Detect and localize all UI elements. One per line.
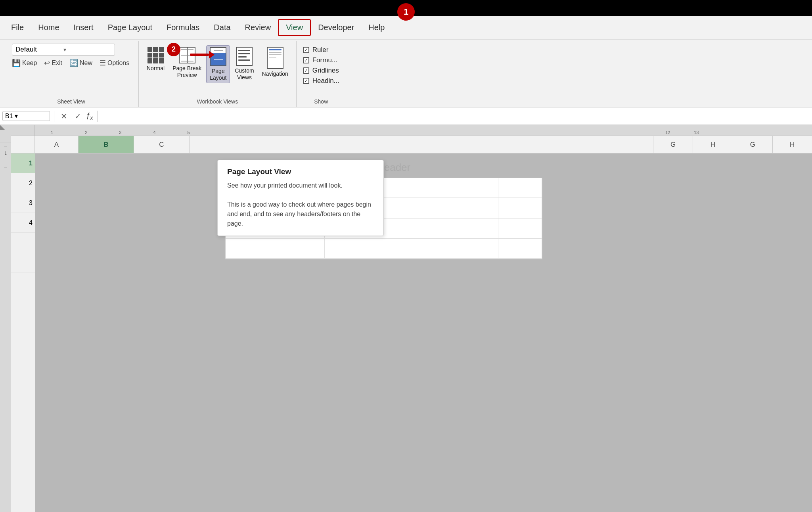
custom-views-button[interactable]: Custom Views	[232, 45, 257, 82]
row-num-5[interactable]	[11, 233, 35, 272]
cell-reference-box[interactable]: B1 ▾	[2, 111, 50, 121]
cell-e2[interactable]	[498, 198, 542, 218]
custom-views-icon	[236, 47, 253, 66]
add-header-placeholder[interactable]: Add header	[35, 153, 733, 178]
overflow-col-h[interactable]: H	[773, 136, 812, 153]
col-header-c[interactable]: C	[134, 136, 190, 153]
confirm-formula-button[interactable]: ✓	[72, 111, 84, 121]
formula-bar: B1 ▾ ✕ ✓ ƒx	[0, 107, 812, 125]
menu-review[interactable]: Review	[238, 20, 278, 35]
sheet-view-dropdown[interactable]: Default ▾	[12, 44, 115, 56]
menu-home[interactable]: Home	[31, 20, 66, 35]
row-num-2[interactable]: 2	[11, 173, 35, 193]
ruler-mark-13: 13	[694, 130, 699, 135]
cell-d1[interactable]	[380, 178, 498, 198]
ruler-mark-5: 5	[188, 130, 190, 135]
headings-checkbox[interactable]: ✓	[303, 78, 309, 84]
col-header-h[interactable]: H	[693, 136, 733, 153]
menu-file[interactable]: File	[4, 20, 31, 35]
sheet-view-actions: 💾 Keep ↩ Exit 🔄 New ☰ Options	[12, 59, 130, 67]
cell-ref-dropdown-icon: ▾	[15, 112, 18, 120]
ruler-mark-2: 2	[85, 130, 87, 135]
step-2-badge: 2	[167, 43, 180, 56]
right-overflow: G H	[733, 125, 812, 512]
ruler-label: Ruler	[312, 46, 329, 54]
cell-b4[interactable]	[269, 239, 325, 259]
new-button[interactable]: 🔄 New	[69, 59, 92, 67]
keep-button[interactable]: 💾 Keep	[12, 59, 37, 67]
ruler-mark-12: 12	[665, 130, 670, 135]
show-section: ✓ Ruler ✓ Formu... ✓ Gridlines ✓ Headin.…	[297, 41, 346, 107]
page-layout-label: Page Layout	[210, 68, 226, 81]
menu-formulas[interactable]: Formulas	[159, 20, 207, 35]
page-break-preview-button[interactable]: 2	[169, 45, 205, 80]
horizontal-ruler: 1 2 3 4 5 12 13	[11, 125, 733, 136]
workbook-views-label: Workbook Views	[144, 97, 291, 107]
row-num-1[interactable]: 1	[11, 153, 35, 173]
exit-icon: ↩	[44, 59, 50, 67]
gridlines-checkbox[interactable]: ✓	[303, 67, 309, 74]
cell-e1[interactable]	[498, 178, 542, 198]
navigation-icon	[267, 47, 283, 69]
cell-reference-value: B1	[5, 113, 13, 120]
cell-e4[interactable]	[498, 239, 542, 259]
corner-cell[interactable]	[11, 136, 35, 153]
overflow-col-g[interactable]: G	[733, 136, 773, 153]
page-layout-tooltip: Page Layout View See how your printed do…	[217, 160, 384, 236]
tooltip-body: See how your printed document will look.…	[227, 181, 374, 228]
normal-view-button[interactable]: Normal	[144, 45, 168, 73]
ruler-checkbox-row[interactable]: ✓ Ruler	[303, 46, 339, 54]
sheet-view-label: Sheet View	[12, 98, 130, 107]
cancel-formula-button[interactable]: ✕	[58, 111, 70, 121]
page-layout-area: Add header	[35, 153, 733, 512]
vertical-ruler: ─ 1 ─	[0, 125, 11, 512]
menu-help[interactable]: Help	[361, 20, 392, 35]
cell-c4[interactable]	[325, 239, 380, 259]
formula-separator	[54, 111, 54, 122]
cell-d2[interactable]	[380, 198, 498, 218]
formula-bar-checkbox-row[interactable]: ✓ Formu...	[303, 56, 339, 64]
menu-view[interactable]: View	[278, 19, 311, 36]
navigation-label: Navigation	[262, 71, 288, 77]
options-button[interactable]: ☰ Options	[100, 59, 129, 67]
col-header-b[interactable]: B	[79, 136, 134, 153]
cell-d4[interactable]	[380, 239, 498, 259]
menu-page-layout[interactable]: Page Layout	[101, 20, 159, 35]
menu-insert[interactable]: Insert	[67, 20, 101, 35]
gridlines-label: Gridlines	[312, 67, 339, 75]
row-num-3[interactable]: 3	[11, 193, 35, 213]
workbook-views-section: Normal 2	[139, 41, 297, 107]
menu-developer[interactable]: Developer	[311, 20, 361, 35]
page-row-4	[226, 239, 542, 259]
exit-label: Exit	[52, 59, 62, 67]
col-header-g[interactable]: G	[653, 136, 693, 153]
navigation-button[interactable]: Navigation	[259, 45, 291, 79]
cell-d3[interactable]	[380, 219, 498, 238]
normal-view-icon	[147, 47, 164, 63]
formula-input[interactable]	[102, 113, 810, 120]
column-headers: A B C G H	[35, 136, 733, 153]
ruler-mark-4: 4	[153, 130, 155, 135]
headings-label: Headin...	[312, 77, 339, 85]
sheet-view-section: Default ▾ 💾 Keep ↩ Exit 🔄 New	[4, 41, 139, 107]
dropdown-arrow-icon: ▾	[63, 46, 111, 53]
row-numbers-panel: 1 2 3 4	[11, 136, 35, 512]
gridlines-checkbox-row[interactable]: ✓ Gridlines	[303, 67, 339, 75]
ruler-checkbox[interactable]: ✓	[303, 47, 309, 53]
ribbon: Default ▾ 💾 Keep ↩ Exit 🔄 New	[0, 40, 812, 107]
headings-checkbox-row[interactable]: ✓ Headin...	[303, 77, 339, 85]
row-num-4[interactable]: 4	[11, 213, 35, 233]
cell-a4[interactable]	[226, 239, 269, 259]
formula-bar-checkbox[interactable]: ✓	[303, 57, 309, 63]
keep-label: Keep	[22, 59, 37, 67]
new-icon: 🔄	[69, 59, 78, 67]
cell-e3[interactable]	[498, 219, 542, 238]
ruler-mark-1: 1	[51, 130, 53, 135]
custom-views-label: Custom Views	[235, 67, 254, 81]
col-header-a[interactable]: A	[35, 136, 79, 153]
normal-label: Normal	[147, 65, 165, 72]
sheet-view-value: Default	[15, 46, 63, 54]
menu-data[interactable]: Data	[207, 20, 237, 35]
new-label: New	[80, 59, 92, 67]
exit-button[interactable]: ↩ Exit	[44, 59, 62, 67]
